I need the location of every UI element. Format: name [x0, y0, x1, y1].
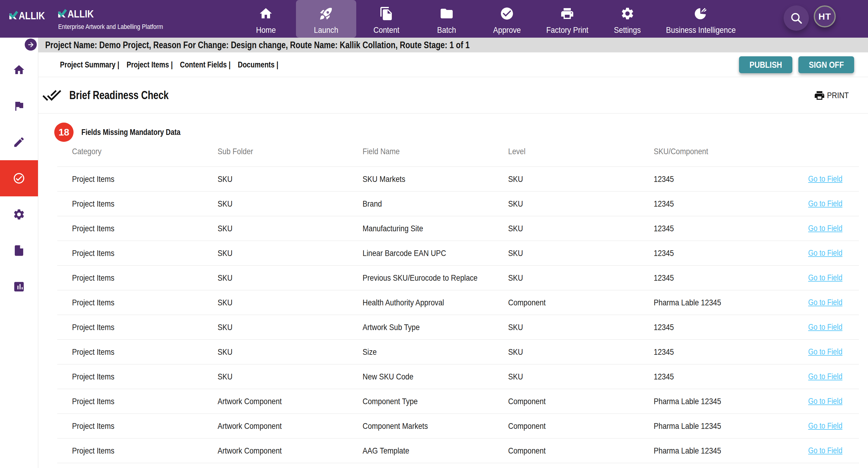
cell-go-to-field: Go to Field: [800, 298, 842, 307]
nav-item-approve[interactable]: Approve: [477, 0, 537, 38]
cell-category: Project Items: [72, 421, 218, 431]
arrow-right-icon: [27, 41, 35, 48]
printer-icon: [814, 90, 825, 101]
flag-icon: [13, 100, 25, 112]
cell-field-name: Size: [363, 347, 508, 357]
go-to-field-link[interactable]: Go to Field: [803, 298, 842, 307]
cell-sku-component: Pharma Lable 12345: [654, 397, 800, 406]
cell-level: Component: [508, 446, 654, 456]
cell-sub-folder: SKU: [218, 248, 363, 258]
nav-item-label: Launch: [314, 26, 338, 35]
cell-go-to-field: Go to Field: [800, 248, 842, 258]
go-to-field-link[interactable]: Go to Field: [803, 446, 842, 455]
gear-icon: [13, 208, 25, 221]
publish-button[interactable]: PUBLISH: [739, 56, 792, 73]
subnav-link-documents[interactable]: Documents |: [238, 60, 278, 70]
go-to-field-link[interactable]: Go to Field: [803, 372, 842, 381]
cell-field-name: Brand: [363, 199, 508, 209]
cell-category: Project Items: [72, 199, 218, 209]
nav-item-label: Factory Print: [546, 26, 588, 35]
context-bar-text: Project Name: Demo Project, Reason For C…: [45, 39, 470, 51]
print-label: PRINT: [827, 91, 849, 100]
sidebar-item-edit[interactable]: [0, 124, 38, 160]
cell-category: Project Items: [72, 446, 218, 456]
kallik-logo-icon[interactable]: [9, 10, 45, 22]
sidebar-item-settings[interactable]: [0, 196, 38, 233]
cell-sku-component: Pharma Lable 12345: [654, 421, 800, 431]
check-circle-icon: [500, 6, 514, 21]
subnav: Project Summary | Project Items | Conten…: [38, 53, 868, 77]
cell-sub-folder: SKU: [218, 323, 363, 332]
nav-item-settings[interactable]: Settings: [597, 0, 658, 38]
nav-item-home[interactable]: Home: [236, 0, 296, 38]
nav-item-label: Approve: [493, 26, 521, 35]
gear-icon: [620, 6, 635, 21]
cell-sub-folder: SKU: [218, 372, 363, 381]
nav-item-label: Business Intelligence: [666, 26, 736, 35]
sidebar-item-home[interactable]: [0, 52, 38, 88]
go-to-field-link[interactable]: Go to Field: [803, 323, 842, 332]
table-row: Project Items Artwork Component Componen…: [57, 414, 859, 438]
cell-go-to-field: Go to Field: [800, 446, 842, 455]
avatar[interactable]: HT: [814, 5, 836, 27]
summary-label: Fields Missing Mandatory Data: [82, 127, 181, 137]
column-header-sub-folder: Sub Folder: [218, 147, 363, 167]
go-to-field-link[interactable]: Go to Field: [803, 347, 842, 356]
go-to-field-link[interactable]: Go to Field: [803, 199, 842, 208]
subnav-link-content-fields[interactable]: Content Fields |: [180, 60, 230, 70]
cell-sub-folder: Artwork Component: [218, 446, 363, 456]
nav-item-content[interactable]: Content: [356, 0, 416, 38]
nav-item-label: Home: [256, 26, 276, 35]
nav-item-factory-print[interactable]: Factory Print: [537, 0, 597, 38]
search-icon: [789, 11, 803, 25]
table-row: Project Items SKU Size SKU 12345 Go to F…: [57, 340, 859, 364]
cell-field-name: Component Markets: [363, 421, 508, 431]
done-all-icon: [42, 86, 61, 105]
go-to-field-link[interactable]: Go to Field: [803, 273, 842, 282]
cell-field-name: AAG Template: [363, 446, 508, 456]
rocket-icon: [319, 6, 333, 21]
top-nav: Enterprise Artwork and Labelling Platfor…: [0, 0, 868, 38]
go-to-field-link[interactable]: Go to Field: [803, 421, 842, 430]
cell-field-name: Linear Barcode EAN UPC: [363, 248, 508, 258]
table-row: Project Items SKU Manufacturing Site SKU…: [57, 216, 859, 241]
table-row: Project Items SKU Brand SKU 12345 Go to …: [57, 192, 859, 216]
sidebar-item-reports[interactable]: [0, 269, 38, 305]
table-row: Project Items SKU Health Authority Appro…: [57, 290, 859, 315]
go-to-field-link[interactable]: Go to Field: [803, 224, 842, 233]
sidebar-item-readiness-check[interactable]: [0, 160, 38, 196]
avatar-initials: HT: [818, 11, 831, 22]
go-to-field-link[interactable]: Go to Field: [803, 397, 842, 406]
sidebar-item-documents[interactable]: [0, 233, 38, 269]
cell-level: SKU: [508, 273, 654, 283]
cell-level: SKU: [508, 174, 654, 184]
sidebar-item-flag[interactable]: [0, 88, 38, 124]
sidebar: [0, 38, 38, 468]
table-row: Project Items SKU SKU Markets SKU 12345 …: [57, 167, 859, 192]
cell-go-to-field: Go to Field: [800, 421, 842, 431]
table-row: Project Items SKU Linear Barcode EAN UPC…: [57, 241, 859, 266]
cell-category: Project Items: [72, 174, 218, 184]
nav-item-batch[interactable]: Batch: [416, 0, 477, 38]
page: Enterprise Artwork and Labelling Platfor…: [0, 0, 868, 468]
signoff-button[interactable]: SIGN OFF: [798, 56, 854, 73]
collapse-arrow-button[interactable]: [25, 38, 37, 51]
go-to-field-link[interactable]: Go to Field: [803, 174, 842, 183]
cell-go-to-field: Go to Field: [800, 273, 842, 282]
search-button[interactable]: [784, 5, 809, 31]
column-header-level: Level: [508, 147, 654, 167]
go-to-field-link[interactable]: Go to Field: [803, 248, 842, 258]
cell-sku-component: 12345: [654, 372, 800, 381]
cell-category: Project Items: [72, 273, 218, 283]
cell-sub-folder: SKU: [218, 347, 363, 357]
cell-level: SKU: [508, 347, 654, 357]
print-button[interactable]: PRINT: [814, 77, 849, 113]
cell-level: SKU: [508, 372, 654, 381]
cell-category: Project Items: [72, 397, 218, 406]
nav-item-business-intelligence[interactable]: Business Intelligence: [658, 0, 744, 38]
bar-chart-icon: [13, 280, 25, 293]
nav-item-launch[interactable]: Launch: [296, 0, 356, 38]
subnav-link-project-items[interactable]: Project Items |: [127, 60, 173, 70]
cell-go-to-field: Go to Field: [800, 224, 842, 233]
subnav-link-project-summary[interactable]: Project Summary |: [60, 60, 119, 70]
